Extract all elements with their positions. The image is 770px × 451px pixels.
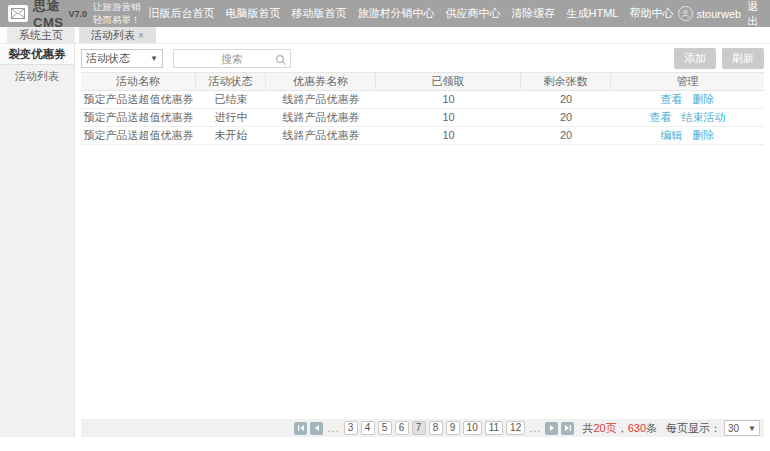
brand-tagline: 让旅游营销轻而易举！ — [93, 1, 149, 27]
page-button[interactable]: 11 — [485, 421, 503, 435]
table-row: 预定产品送超值优惠券已结束线路产品优惠券1020查看删除 — [81, 91, 764, 109]
status-filter-select[interactable]: 活动状态 ▼ — [81, 49, 163, 68]
page-button[interactable]: 9 — [446, 421, 460, 435]
tab-label: 系统主页 — [19, 28, 63, 43]
action-link[interactable]: 结束活动 — [682, 111, 726, 123]
close-icon[interactable]: × — [138, 30, 144, 41]
next-page-button[interactable] — [545, 422, 558, 435]
action-link[interactable]: 删除 — [693, 93, 715, 105]
table-cell-claimed: 10 — [376, 127, 521, 144]
total-pages: 20页 — [593, 422, 616, 434]
summary-prefix: 共 — [582, 422, 593, 434]
content-panel: 活动状态 ▼ 添加 刷新 活动名称 活动状态 优惠券名称 — [75, 44, 770, 451]
page-button[interactable]: 6 — [395, 421, 409, 435]
table-row: 预定产品送超值优惠券未开始线路产品优惠券1020编辑删除 — [81, 127, 764, 145]
column-header: 管理 — [611, 73, 764, 90]
tab-activity-list[interactable]: 活动列表 × — [79, 27, 156, 43]
nav-link[interactable]: 生成HTML — [567, 6, 619, 21]
table-cell-remaining: 20 — [521, 91, 611, 108]
header-nav: 旧版后台首页电脑版首页移动版首页旅游村分销中心供应商中心清除缓存生成HTML帮助… — [149, 6, 674, 21]
action-link[interactable]: 查看 — [661, 93, 683, 105]
table-cell-claimed: 10 — [376, 91, 521, 108]
nav-link[interactable]: 移动版首页 — [292, 6, 347, 21]
search-icon[interactable] — [275, 52, 287, 70]
brand-version: V7.0 — [69, 9, 88, 19]
table-cell-name: 预定产品送超值优惠券 — [81, 127, 196, 144]
chevron-down-icon: ▼ — [150, 54, 158, 63]
column-header: 活动状态 — [196, 73, 266, 90]
page-button[interactable]: 7 — [412, 421, 426, 435]
page-button[interactable]: 3 — [344, 421, 358, 435]
table-cell-remaining: 20 — [521, 109, 611, 126]
header: 思途CMS V7.0 让旅游营销轻而易举！ 旧版后台首页电脑版首页移动版首页旅游… — [0, 0, 770, 27]
column-header: 剩余张数 — [521, 73, 611, 90]
ellipsis-right: ... — [529, 422, 541, 434]
content-spacer — [75, 145, 770, 419]
pagination-summary: 共20页，630条 — [582, 421, 657, 436]
search-input[interactable] — [173, 49, 291, 68]
action-link[interactable]: 编辑 — [661, 129, 683, 141]
app-window: 思途CMS V7.0 让旅游营销轻而易举！ 旧版后台首页电脑版首页移动版首页旅游… — [0, 0, 770, 451]
main-area: 裂变优惠券 活动列表 活动状态 ▼ 添加 刷新 — [0, 44, 770, 451]
username[interactable]: stourweb — [697, 8, 742, 20]
table-cell-actions: 查看删除 — [611, 91, 764, 108]
page-button[interactable]: 5 — [378, 421, 392, 435]
first-page-button[interactable] — [294, 422, 307, 435]
summary-suffix: 条 — [646, 422, 657, 434]
action-link[interactable]: 查看 — [650, 111, 672, 123]
logo-icon — [8, 5, 28, 22]
table-cell-remaining: 20 — [521, 127, 611, 144]
summary-separator: ， — [617, 422, 628, 434]
nav-link[interactable]: 清除缓存 — [512, 6, 556, 21]
table-cell-coupon: 线路产品优惠券 — [266, 91, 376, 108]
page-button[interactable]: 10 — [463, 421, 482, 435]
search-box — [173, 49, 291, 69]
table-cell-status: 已结束 — [196, 91, 266, 108]
page-list: 3456789101112 — [344, 421, 526, 435]
column-header: 活动名称 — [81, 73, 196, 90]
tab-system-home[interactable]: 系统主页 — [7, 27, 75, 43]
user-chunk: stourweb — [678, 6, 742, 21]
nav-link[interactable]: 旧版后台首页 — [149, 6, 215, 21]
page-button[interactable]: 8 — [429, 421, 443, 435]
add-button[interactable]: 添加 — [674, 48, 716, 69]
table-row: 预定产品送超值优惠券进行中线路产品优惠券1020查看结束活动 — [81, 109, 764, 127]
column-header: 优惠券名称 — [266, 73, 376, 90]
per-page-label: 每页显示： — [666, 421, 721, 436]
last-page-button[interactable] — [561, 422, 574, 435]
per-page-select[interactable]: 30 ▼ — [724, 420, 760, 436]
table-cell-actions: 查看结束活动 — [611, 109, 764, 126]
sidebar-item-activity-list[interactable]: 活动列表 — [0, 65, 74, 87]
tab-label: 活动列表 — [91, 28, 135, 43]
column-header: 已领取 — [376, 73, 521, 90]
pagination-bar: ... 3456789101112 ... 共20页，630条 每页显示： 30… — [81, 419, 764, 437]
page-button[interactable]: 12 — [506, 421, 525, 435]
page-button[interactable]: 4 — [361, 421, 375, 435]
chevron-down-icon: ▼ — [748, 424, 756, 433]
table-cell-coupon: 线路产品优惠券 — [266, 127, 376, 144]
action-link[interactable]: 删除 — [693, 129, 715, 141]
table-cell-actions: 编辑删除 — [611, 127, 764, 144]
table-cell-claimed: 10 — [376, 109, 521, 126]
table-body: 预定产品送超值优惠券已结束线路产品优惠券1020查看删除预定产品送超值优惠券进行… — [81, 91, 764, 145]
sidebar: 裂变优惠券 活动列表 — [0, 44, 75, 437]
nav-link[interactable]: 电脑版首页 — [226, 6, 281, 21]
user-avatar-icon — [678, 6, 693, 21]
activity-table: 活动名称 活动状态 优惠券名称 已领取 剩余张数 管理 预定产品送超值优惠券已结… — [81, 72, 764, 145]
table-cell-status: 进行中 — [196, 109, 266, 126]
table-cell-coupon: 线路产品优惠券 — [266, 109, 376, 126]
sidebar-title: 裂变优惠券 — [0, 44, 74, 65]
table-cell-name: 预定产品送超值优惠券 — [81, 109, 196, 126]
nav-link[interactable]: 帮助中心 — [630, 6, 674, 21]
tab-bar: 系统主页 活动列表 × — [0, 27, 770, 44]
status-filter-value: 活动状态 — [86, 51, 130, 66]
refresh-button[interactable]: 刷新 — [722, 48, 764, 69]
per-page-value: 30 — [728, 423, 739, 434]
table-cell-name: 预定产品送超值优惠券 — [81, 91, 196, 108]
toolbar: 活动状态 ▼ 添加 刷新 — [75, 44, 770, 72]
table-cell-status: 未开始 — [196, 127, 266, 144]
prev-page-button[interactable] — [310, 422, 323, 435]
logout-link[interactable]: 退出 — [747, 0, 760, 29]
nav-link[interactable]: 供应商中心 — [446, 6, 501, 21]
nav-link[interactable]: 旅游村分销中心 — [358, 6, 435, 21]
